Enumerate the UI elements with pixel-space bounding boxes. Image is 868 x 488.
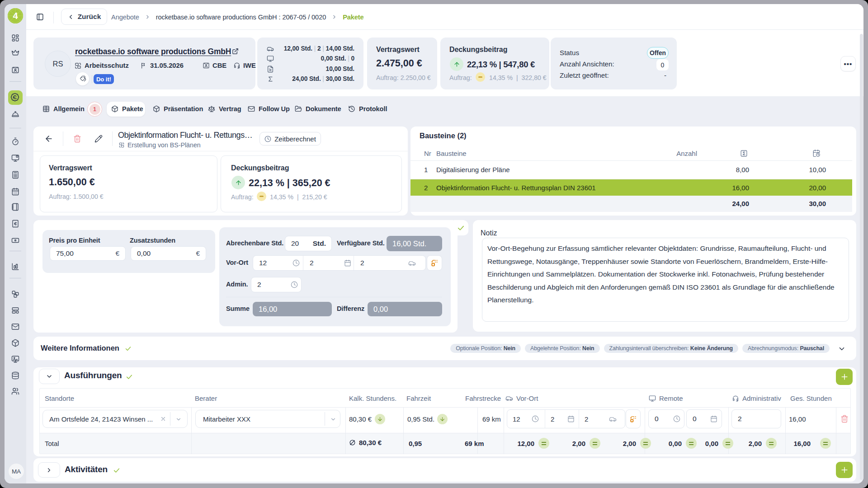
svg-text:4: 4 bbox=[13, 11, 18, 21]
